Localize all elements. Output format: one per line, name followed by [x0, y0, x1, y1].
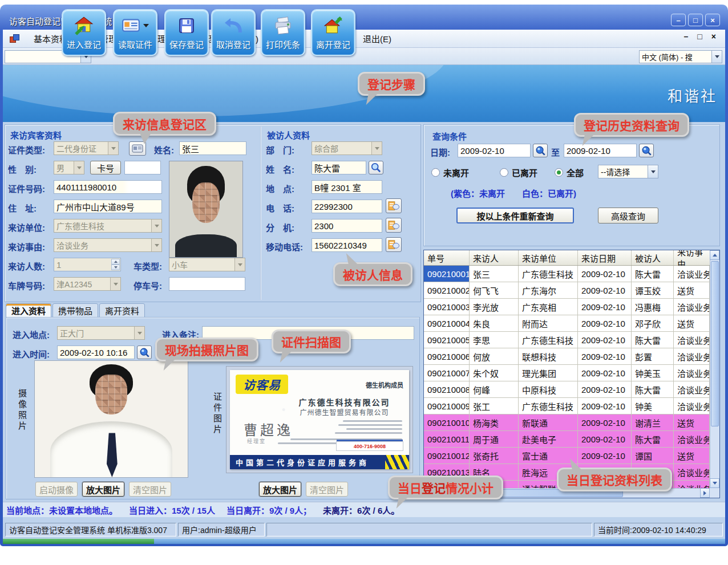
- table-cell[interactable]: 何峰: [470, 381, 519, 398]
- read-id-card-button[interactable]: 读取证件: [113, 9, 157, 56]
- table-cell[interactable]: 送货: [674, 315, 710, 332]
- table-cell[interactable]: 洽谈业务: [674, 431, 710, 448]
- restore-button[interactable]: □: [688, 14, 703, 26]
- dial-mobile-button[interactable]: [386, 237, 402, 252]
- radio-not-left[interactable]: 未离开: [431, 166, 469, 178]
- dial-ext-button[interactable]: [386, 218, 402, 233]
- visit-company-combobox[interactable]: 广东德生科技: [54, 219, 162, 233]
- table-cell[interactable]: 附而达: [519, 315, 578, 332]
- table-cell[interactable]: 广东亮相: [519, 299, 578, 315]
- address-input[interactable]: 广州市中山大道89号: [54, 200, 162, 213]
- table-cell[interactable]: 联想科技: [519, 348, 578, 365]
- scroll-up-icon[interactable]: [710, 250, 719, 260]
- tab-entry-info[interactable]: 进入资料: [6, 303, 51, 318]
- visit-reason-combobox[interactable]: 洽谈业务: [54, 238, 162, 252]
- scroll-down-icon[interactable]: [710, 478, 719, 488]
- table-cell[interactable]: 090210001: [424, 266, 470, 282]
- date-from-picker-button[interactable]: [533, 144, 548, 157]
- chevron-down-icon[interactable]: [74, 161, 84, 174]
- chevron-down-icon[interactable]: [711, 51, 722, 63]
- table-cell[interactable]: 2009-02-10: [578, 299, 632, 315]
- leave-register-button[interactable]: 离开登记: [311, 9, 355, 56]
- mdi-restore-button[interactable]: □: [697, 32, 702, 41]
- table-row[interactable]: 090210003李光放广东亮相2009-02-10冯惠梅洽谈业务: [424, 299, 710, 315]
- date-from-input[interactable]: 2009-02-10: [458, 144, 531, 157]
- table-cell[interactable]: 洽谈业务: [674, 299, 710, 315]
- chevron-down-icon[interactable]: [134, 327, 144, 339]
- table-cell[interactable]: 李光放: [470, 299, 519, 315]
- table-cell[interactable]: 中原科技: [519, 381, 578, 398]
- table-cell[interactable]: 2009-02-10: [578, 431, 632, 448]
- dept-combobox[interactable]: 综合部: [312, 141, 382, 155]
- table-cell[interactable]: 送货: [674, 282, 710, 299]
- table-cell[interactable]: 周于通: [470, 431, 519, 448]
- stepper-up-icon[interactable]: [111, 259, 120, 265]
- table-cell[interactable]: 陈大雷: [632, 266, 674, 282]
- mobile-input[interactable]: 15602210349: [312, 238, 382, 252]
- zoom-card-button[interactable]: 放大图片: [259, 482, 301, 497]
- table-cell[interactable]: 2009-02-10: [578, 332, 632, 348]
- mdi-minimize-button[interactable]: –: [684, 32, 689, 41]
- table-cell[interactable]: 090210011: [424, 431, 470, 448]
- vehicle-type-combobox[interactable]: 小车: [169, 258, 245, 271]
- table-cell[interactable]: 谢清兰: [632, 414, 674, 431]
- chevron-down-icon[interactable]: [151, 220, 161, 232]
- table-cell[interactable]: 何飞飞: [470, 282, 519, 299]
- chevron-down-icon[interactable]: [110, 278, 120, 290]
- table-cell[interactable]: 谭玉姣: [632, 282, 674, 299]
- column-header[interactable]: 来访人: [470, 250, 519, 265]
- scrollbar-thumb[interactable]: [711, 261, 719, 426]
- zoom-photo-button[interactable]: 放大图片: [82, 482, 124, 497]
- table-cell[interactable]: 090210006: [424, 348, 470, 365]
- table-cell[interactable]: 2009-02-10: [578, 266, 632, 282]
- column-header[interactable]: 单号: [424, 250, 470, 265]
- chevron-down-icon[interactable]: [371, 142, 382, 155]
- advanced-query-button[interactable]: 高级查询: [598, 208, 658, 223]
- table-row[interactable]: 090210002何飞飞广东海尔2009-02-10谭玉姣送货: [424, 282, 710, 299]
- table-row[interactable]: 090210005李思广东德生科技2009-02-10陈大雷洽谈业务: [424, 332, 710, 348]
- table-cell[interactable]: 谭国: [632, 448, 674, 464]
- table-cell[interactable]: 张奇托: [470, 448, 519, 464]
- chevron-down-icon[interactable]: [234, 258, 245, 271]
- table-cell[interactable]: 广东海尔: [519, 282, 578, 299]
- table-cell[interactable]: 邓子欣: [632, 315, 674, 332]
- chevron-down-icon[interactable]: [648, 165, 658, 178]
- table-cell[interactable]: 090210007: [424, 365, 470, 381]
- dropdown-caret-icon[interactable]: [143, 24, 149, 27]
- phone-input[interactable]: 22992300: [312, 200, 382, 213]
- card-number-button[interactable]: 卡号: [90, 161, 121, 174]
- table-cell[interactable]: 2009-02-10: [578, 348, 632, 365]
- table-cell[interactable]: 2009-02-10: [578, 414, 632, 431]
- requery-button[interactable]: 按以上条件重新查询: [456, 208, 574, 223]
- entry-time-input[interactable]: 2009-02-10 10:16: [57, 345, 135, 359]
- table-cell[interactable]: 洽谈业务: [674, 266, 710, 282]
- table-cell[interactable]: 杨海类: [470, 414, 519, 431]
- mdi-close-button[interactable]: ×: [711, 32, 716, 41]
- table-cell[interactable]: 钟美玉: [632, 365, 674, 381]
- filter-combobox[interactable]: --请选择: [598, 165, 658, 178]
- table-cell[interactable]: 090210003: [424, 299, 470, 315]
- radio-icon[interactable]: [431, 168, 440, 177]
- table-cell[interactable]: 钟美: [632, 398, 674, 414]
- id-number-input[interactable]: 4401111980010: [54, 180, 162, 194]
- table-cell[interactable]: 广东德生科技: [519, 332, 578, 348]
- column-header[interactable]: 来访单位: [519, 250, 578, 265]
- ext-input[interactable]: 2300: [312, 219, 382, 233]
- table-cell[interactable]: 张工: [470, 398, 519, 414]
- table-cell[interactable]: 090210008: [424, 381, 470, 398]
- entry-location-combobox[interactable]: 正大门: [57, 326, 145, 340]
- table-cell[interactable]: 朱良: [470, 315, 519, 332]
- table-cell[interactable]: 洽谈业务: [674, 365, 710, 381]
- minimize-button[interactable]: –: [671, 14, 686, 26]
- plate-number-combobox[interactable]: 津A12345: [54, 277, 121, 291]
- table-cell[interactable]: 送货: [674, 448, 710, 464]
- table-cell[interactable]: 广东德生科技: [519, 398, 578, 414]
- table-cell[interactable]: 洽谈业务: [674, 381, 710, 398]
- card-number-input[interactable]: [124, 161, 161, 174]
- table-row[interactable]: 090210008何峰中原科技2009-02-10陈大雷洽谈业务: [424, 381, 710, 398]
- table-cell[interactable]: 理光集团: [519, 365, 578, 381]
- table-row[interactable]: 090210001张三广东德生科技2009-02-10陈大雷洽谈业务: [424, 266, 710, 282]
- location-input[interactable]: B幢 2301 室: [312, 180, 382, 194]
- table-cell[interactable]: 广东德生科技: [519, 266, 578, 282]
- table-cell[interactable]: 洽谈业务: [674, 348, 710, 365]
